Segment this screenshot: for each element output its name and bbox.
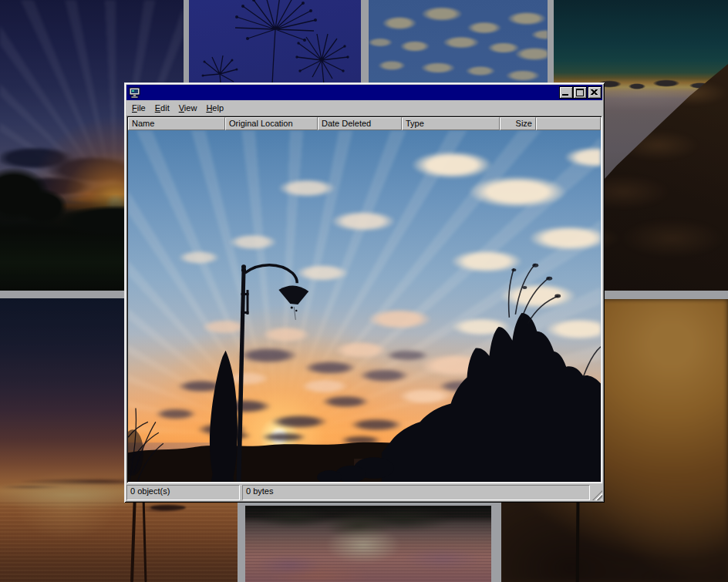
minimize-icon [562,94,568,96]
column-header-filler [536,117,601,130]
column-header-name[interactable]: Name [128,117,225,130]
recycle-bin-window: File Edit View Help Name Original Locati… [124,82,605,503]
window-controls [558,87,601,98]
column-header-size[interactable]: Size [500,117,536,130]
column-header-original-location[interactable]: Original Location [225,117,318,130]
status-total-size: 0 bytes [242,485,590,500]
close-icon [591,89,598,95]
maximize-button[interactable] [574,87,586,98]
resize-grip[interactable] [592,490,602,500]
menu-help[interactable]: Help [201,102,228,114]
status-object-count: 0 object(s) [126,485,240,500]
status-bar: 0 object(s) 0 bytes [126,485,602,500]
menu-view[interactable]: View [174,102,202,114]
photo-silhouette-layer [128,130,601,482]
list-view-client: Name Original Location Date Deleted Type… [126,116,602,483]
column-header-type[interactable]: Type [402,117,500,130]
column-header-date-deleted[interactable]: Date Deleted [318,117,402,130]
menu-bar: File Edit View Help [126,100,602,116]
column-header-row: Name Original Location Date Deleted Type… [128,117,601,130]
close-button[interactable] [588,87,601,98]
maximize-icon [576,89,584,96]
menu-file[interactable]: File [127,102,150,114]
list-view-area[interactable] [128,130,601,482]
my-computer-icon [129,87,140,99]
window-titlebar[interactable] [126,85,602,100]
menu-edit[interactable]: Edit [150,102,174,114]
minimize-button[interactable] [560,87,572,98]
